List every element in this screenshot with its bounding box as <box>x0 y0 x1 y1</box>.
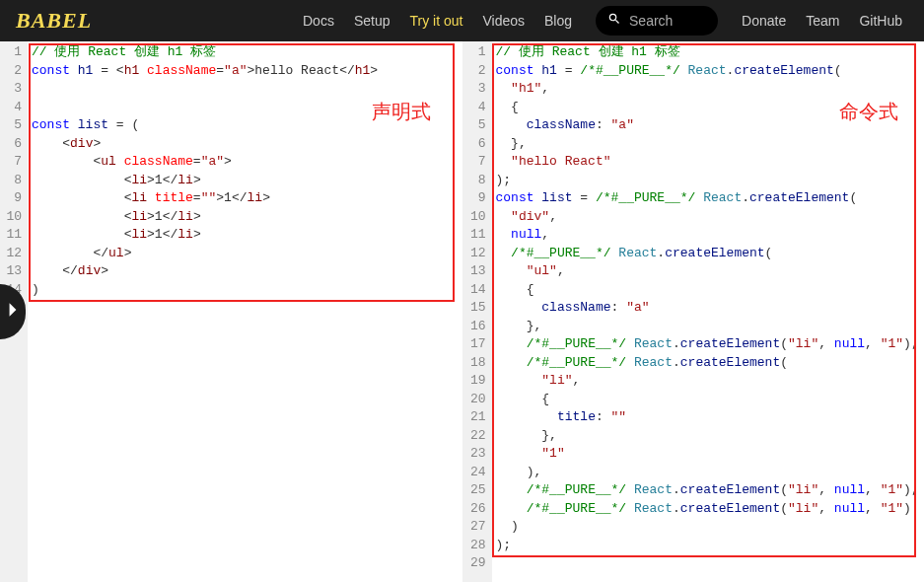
nav-link-videos[interactable]: Videos <box>472 13 534 29</box>
code-line: "1" <box>496 445 921 464</box>
code-line: className: "a" <box>496 299 921 318</box>
code-line: "div", <box>496 208 921 227</box>
code-line: }, <box>496 427 921 446</box>
code-line <box>32 299 459 318</box>
code-line: <div> <box>32 135 459 154</box>
code-line: /*#__PURE__*/ React.createElement("li", … <box>496 335 921 354</box>
code-line: "ul", <box>496 262 921 281</box>
input-pane: 1 2 3 4 5 6 7 8 9 10 11 12 13 14 15 // 使… <box>0 41 462 582</box>
content: 1 2 3 4 5 6 7 8 9 10 11 12 13 14 15 // 使… <box>0 41 924 582</box>
search-input[interactable] <box>629 13 688 29</box>
code-line: </ul> <box>32 245 459 263</box>
nav-link-donate[interactable]: Donate <box>732 13 796 29</box>
code-line <box>496 554 921 573</box>
nav-link-blog[interactable]: Blog <box>534 13 582 29</box>
code-line: <li>1</li> <box>32 172 459 190</box>
code-line: </div> <box>32 262 459 281</box>
code-line: { <box>496 99 921 117</box>
code-line: /*#__PURE__*/ React.createElement("li", … <box>496 500 921 519</box>
search-icon <box>607 12 621 30</box>
code-line: className: "a" <box>496 116 921 135</box>
code-line <box>32 80 459 99</box>
code-line: // 使用 React 创建 h1 标签 <box>32 43 459 62</box>
search-box[interactable] <box>596 6 718 36</box>
nav-secondary: DonateTeamGitHub <box>732 12 912 30</box>
code-line: const h1 = /*#__PURE__*/ React.createEle… <box>496 62 921 81</box>
nav-link-try-it-out[interactable]: Try it out <box>400 13 473 29</box>
code-line: const list = ( <box>32 116 459 135</box>
code-line: /*#__PURE__*/ React.createElement( <box>496 354 921 373</box>
code-line: ) <box>32 281 459 300</box>
code-line: title: "" <box>496 408 921 427</box>
input-code[interactable]: // 使用 React 创建 h1 标签const h1 = <h1 class… <box>28 41 462 582</box>
nav-link-team[interactable]: Team <box>796 13 849 29</box>
code-line: ); <box>496 172 921 190</box>
code-line: <ul className="a"> <box>32 153 459 172</box>
code-line: // 使用 React 创建 h1 标签 <box>496 43 921 62</box>
code-line: ), <box>496 464 921 482</box>
code-line: { <box>496 391 921 409</box>
code-line: "h1", <box>496 80 921 99</box>
code-line: ) <box>496 518 921 537</box>
code-line: /*#__PURE__*/ React.createElement("li", … <box>496 481 921 500</box>
code-line: const h1 = <h1 className="a">hello React… <box>32 62 459 81</box>
code-line: ); <box>496 537 921 555</box>
nav-link-docs[interactable]: Docs <box>293 13 344 29</box>
nav-primary: DocsSetupTry it outVideosBlog <box>293 12 582 30</box>
code-line: }, <box>496 318 921 336</box>
code-line: }, <box>496 135 921 154</box>
code-line: "li", <box>496 372 921 391</box>
code-line: <li title="">1</li> <box>32 189 459 208</box>
code-line: const list = /*#__PURE__*/ React.createE… <box>496 189 921 208</box>
code-line: /*#__PURE__*/ React.createElement( <box>496 245 921 263</box>
output-gutter: 1 2 3 4 5 6 7 8 9 10 11 12 13 14 15 16 1… <box>462 41 492 582</box>
nav-link-github[interactable]: GitHub <box>849 13 912 29</box>
output-code: // 使用 React 创建 h1 标签const h1 = /*#__PURE… <box>492 41 925 582</box>
nav-link-setup[interactable]: Setup <box>344 13 400 29</box>
output-pane: 1 2 3 4 5 6 7 8 9 10 11 12 13 14 15 16 1… <box>462 41 925 582</box>
code-line: <li>1</li> <box>32 208 459 227</box>
chevron-right-icon <box>8 302 18 322</box>
logo[interactable]: BABEL <box>12 8 92 34</box>
code-line: "hello React" <box>496 153 921 172</box>
code-line <box>32 99 459 117</box>
code-line: { <box>496 281 921 300</box>
code-line: <li>1</li> <box>32 226 459 245</box>
header: BABEL DocsSetupTry it outVideosBlog Dona… <box>0 0 924 41</box>
code-line: null, <box>496 226 921 245</box>
